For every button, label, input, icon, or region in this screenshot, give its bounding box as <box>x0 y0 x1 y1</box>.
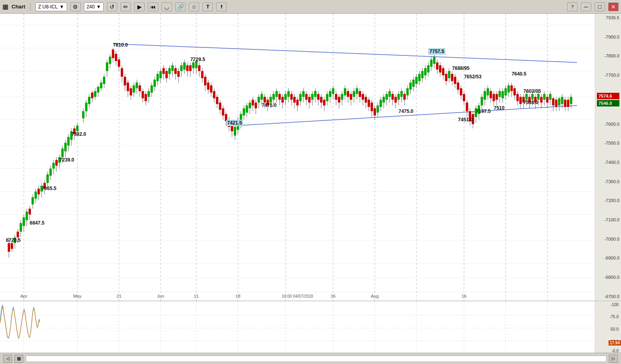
svg-rect-351 <box>486 88 489 96</box>
svg-rect-329 <box>454 77 456 84</box>
svg-rect-365 <box>507 86 510 93</box>
svg-rect-321 <box>442 68 444 76</box>
link-button[interactable]: 🔗 <box>175 2 186 11</box>
svg-rect-37 <box>16 232 19 237</box>
scroll-right-button[interactable]: ▷ <box>609 355 618 363</box>
maximize-button[interactable]: □ <box>594 2 605 11</box>
chart-svg: Apr May 21 Jun 11 18 16:00 04/07/2018 16… <box>0 14 595 301</box>
svg-rect-231 <box>308 97 310 102</box>
svg-rect-281 <box>382 97 385 102</box>
svg-rect-369 <box>513 88 516 96</box>
svg-rect-43 <box>26 212 28 220</box>
svg-rect-285 <box>388 91 391 97</box>
svg-rect-173 <box>222 108 224 116</box>
price-7700: -7700.0 <box>597 73 619 78</box>
svg-rect-103 <box>118 59 120 67</box>
svg-rect-105 <box>121 68 123 77</box>
stoch-0: -0.0 <box>612 349 619 353</box>
svg-rect-319 <box>439 65 441 73</box>
svg-rect-349 <box>484 91 486 100</box>
svg-rect-61 <box>52 163 55 168</box>
settings-button[interactable]: ⚙ <box>70 2 81 11</box>
svg-rect-79 <box>82 111 84 119</box>
bookmark-button[interactable]: ☆ <box>189 2 199 11</box>
svg-rect-199 <box>261 94 263 100</box>
draw-button[interactable]: ✏ <box>121 2 131 11</box>
price-7500: -7500.0 <box>597 141 619 145</box>
svg-rect-247 <box>332 88 334 94</box>
svg-rect-85 <box>91 92 94 98</box>
svg-rect-151 <box>189 65 192 71</box>
facebook-button[interactable]: f <box>216 2 227 11</box>
svg-rect-383 <box>534 97 537 102</box>
svg-rect-207 <box>272 94 275 100</box>
svg-rect-221 <box>293 97 296 102</box>
svg-rect-145 <box>180 65 183 71</box>
svg-rect-99 <box>112 49 114 58</box>
svg-rect-309 <box>424 68 427 76</box>
minimize-button[interactable]: ─ <box>581 2 591 11</box>
symbol-dropdown[interactable]: Z U8-ICL ▼ <box>35 2 67 11</box>
svg-rect-59 <box>49 169 52 176</box>
twitter-button[interactable]: T <box>202 2 213 11</box>
svg-rect-287 <box>391 94 394 100</box>
svg-text:May: May <box>73 294 82 299</box>
svg-rect-55 <box>43 183 46 188</box>
svg-rect-101 <box>115 54 117 61</box>
svg-rect-69 <box>64 143 67 151</box>
bottom-bar: ◁ ▦ ▷ <box>0 353 621 364</box>
svg-rect-181 <box>234 127 236 135</box>
svg-rect-379 <box>528 97 531 102</box>
svg-rect-87 <box>94 91 96 97</box>
svg-rect-115 <box>136 82 138 88</box>
svg-rect-97 <box>109 57 111 64</box>
svg-rect-141 <box>174 68 177 74</box>
svg-rect-235 <box>314 91 317 97</box>
svg-rect-111 <box>130 88 132 96</box>
svg-rect-177 <box>228 120 230 127</box>
svg-rect-167 <box>213 91 215 98</box>
svg-rect-339 <box>469 111 471 121</box>
svg-rect-81 <box>85 102 88 111</box>
svg-text:11: 11 <box>194 294 199 299</box>
scrollbar[interactable] <box>26 356 607 362</box>
svg-rect-41 <box>22 217 25 226</box>
svg-rect-137 <box>168 68 171 74</box>
refresh-button[interactable]: ↺ <box>107 2 117 11</box>
svg-rect-237 <box>317 94 319 100</box>
arc-button[interactable]: ◡ <box>161 2 172 11</box>
svg-rect-311 <box>427 65 429 73</box>
stochastic-scale: -100 -75.0 -50.0 -25.0 -0.0 17.94 <box>595 301 621 353</box>
help-button[interactable]: ? <box>567 2 578 11</box>
svg-rect-405 <box>567 100 569 107</box>
chart-container: Z U8-ICL, FTSE 100, 240, 00:00-00:00 (Dy… <box>0 14 621 364</box>
svg-rect-265 <box>359 91 361 97</box>
titlebar: ▦ Chart Z U8-ICL ▼ ⚙ 240 ▼ ↺ ✏ ▶ ⏮ ◡ 🔗 ☆… <box>0 0 621 14</box>
svg-rect-121 <box>145 94 147 101</box>
svg-rect-227 <box>302 91 304 97</box>
timeframe-dropdown[interactable]: 240 ▼ <box>84 2 104 11</box>
svg-rect-283 <box>386 94 388 100</box>
svg-rect-205 <box>270 97 272 102</box>
app-title: Chart <box>12 4 25 10</box>
svg-rect-51 <box>37 189 40 194</box>
chart-type-button[interactable]: ▦ <box>14 355 23 363</box>
svg-rect-277 <box>376 105 379 112</box>
svg-rect-303 <box>415 77 418 84</box>
close-button[interactable]: ✕ <box>608 2 619 11</box>
svg-rect-279 <box>380 100 382 107</box>
svg-rect-67 <box>61 149 64 157</box>
price-7300: -7300.0 <box>597 179 619 184</box>
price-7100: -7100.0 <box>597 217 619 222</box>
svg-rect-375 <box>522 97 525 102</box>
play-button[interactable]: ▶ <box>134 2 145 11</box>
replay-button[interactable]: ⏮ <box>148 2 158 11</box>
svg-rect-307 <box>421 71 424 78</box>
svg-rect-185 <box>240 114 242 123</box>
svg-rect-193 <box>251 100 254 105</box>
svg-text:Jun: Jun <box>157 294 164 299</box>
main-chart[interactable]: Z U8-ICL, FTSE 100, 240, 00:00-00:00 (Dy… <box>0 14 621 301</box>
svg-rect-95 <box>106 62 108 71</box>
scroll-left-button[interactable]: ◁ <box>3 355 12 363</box>
svg-rect-263 <box>356 88 358 94</box>
